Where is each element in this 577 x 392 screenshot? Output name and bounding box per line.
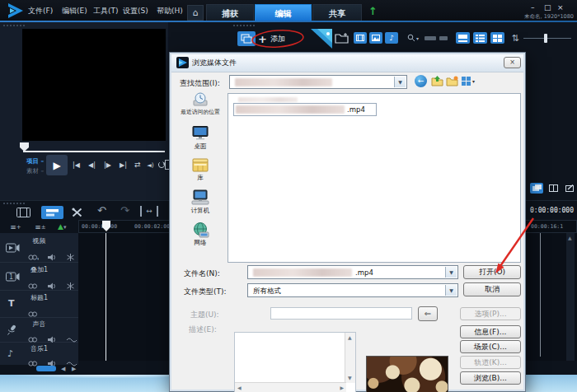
info-button[interactable]: 信息(F)...: [460, 325, 521, 338]
recent-places-icon[interactable]: [191, 92, 209, 107]
computer-icon[interactable]: [191, 189, 209, 205]
sort-button[interactable]: ⇅: [509, 32, 521, 44]
next-frame-button[interactable]: |▶: [104, 161, 111, 169]
file-name-combobox[interactable]: .mp4 ▼: [247, 265, 458, 279]
desktop-icon[interactable]: [192, 126, 209, 140]
library-pages-button[interactable]: [547, 183, 560, 194]
options-button[interactable]: 选项(P)...: [460, 307, 521, 320]
prev-frame-button[interactable]: ◀|: [88, 161, 96, 169]
scroll-up-icon[interactable]: ▲: [348, 335, 352, 340]
view-menu-button[interactable]: ▾: [462, 76, 478, 86]
zoom-slider[interactable]: [523, 38, 571, 39]
filter-photo-button[interactable]: [369, 32, 382, 44]
scroll-right-icon[interactable]: ▶: [340, 385, 344, 390]
close-button[interactable]: ×: [557, 3, 564, 12]
textarea-vscrollbar[interactable]: ▲ ▼: [345, 333, 355, 383]
track-row-video[interactable]: 视频 ▾: [0, 233, 78, 263]
tracks-button[interactable]: 轨道(K)...: [460, 356, 521, 369]
dialog-close-button[interactable]: ×: [504, 57, 521, 68]
timeline-view-button[interactable]: [41, 206, 63, 219]
redo-button[interactable]: ↷: [120, 204, 129, 217]
chroma-dropdown-button[interactable]: ▲▾: [58, 222, 76, 232]
undo-button[interactable]: ↶: [97, 204, 106, 217]
maximize-button[interactable]: □: [544, 3, 551, 12]
file-type-combobox[interactable]: 所有格式 ▼: [247, 283, 458, 297]
import-folder-icon[interactable]: [335, 32, 349, 44]
place-libraries[interactable]: 库: [176, 174, 225, 182]
view-grid-button[interactable]: [490, 32, 504, 44]
place-computer[interactable]: 计算机: [176, 207, 225, 215]
scroll-up-icon[interactable]: ▲: [568, 236, 572, 240]
menu-settings[interactable]: 设置(S): [123, 6, 148, 16]
minimize-button[interactable]: –: [531, 3, 535, 12]
timeline-hscrollbar[interactable]: [36, 366, 56, 371]
file-list[interactable]: .mp4: [228, 93, 521, 263]
subject-input[interactable]: [270, 307, 412, 320]
open-button[interactable]: 打开(O): [463, 265, 521, 279]
filter-music-button[interactable]: ♪: [385, 32, 398, 44]
home-button[interactable]: ⌂: [187, 5, 204, 21]
track-scrollbar[interactable]: ▲: [566, 233, 575, 361]
track-row-music[interactable]: ♪ 音乐1: [0, 343, 78, 365]
scroll-left-icon[interactable]: ◀: [237, 385, 242, 390]
storyboard-view-icon[interactable]: [16, 208, 30, 217]
panel-drag-handle[interactable]: [233, 25, 255, 29]
loop-button[interactable]: ⇄: [134, 161, 141, 169]
go-end-button[interactable]: ▶|: [120, 161, 127, 169]
track-manager-2-button[interactable]: ≡±: [33, 222, 48, 232]
scroll-right-icon[interactable]: ▶: [72, 366, 76, 372]
combo-arrow-icon[interactable]: ▼: [445, 285, 457, 296]
clip-mode-label[interactable]: 素材 –: [26, 167, 44, 175]
panel-drag-handle[interactable]: [3, 203, 25, 207]
description-textarea[interactable]: ▲ ▼ ◀ ▶: [234, 332, 356, 392]
place-recent[interactable]: 最近访问的位置: [176, 108, 225, 116]
tab-capture[interactable]: 捕获: [206, 4, 254, 21]
browse-button[interactable]: 浏览(B)...: [460, 371, 521, 385]
menu-tools[interactable]: 工具(T): [93, 6, 119, 16]
track-row-voice[interactable]: 声音: [0, 318, 78, 343]
combo-arrow-icon[interactable]: ▼: [394, 77, 406, 87]
fit-project-button[interactable]: ↔: [140, 206, 158, 217]
look-in-combobox[interactable]: ▼: [229, 75, 407, 89]
insert-subject-button[interactable]: ⇐: [418, 306, 438, 321]
cancel-button[interactable]: 取消: [463, 282, 521, 296]
network-icon[interactable]: [191, 222, 209, 238]
tab-share[interactable]: 共享: [312, 4, 362, 21]
libraries-icon[interactable]: [192, 158, 209, 172]
up-one-level-button[interactable]: [431, 76, 443, 86]
view-list-button[interactable]: [473, 32, 487, 44]
media-bin-button[interactable]: [530, 183, 543, 194]
new-folder-button[interactable]: [446, 76, 458, 86]
play-button[interactable]: ▶: [46, 155, 68, 175]
add-button[interactable]: + 添加: [258, 31, 303, 46]
selected-file-item[interactable]: .mp4: [233, 103, 377, 116]
track-manager-button[interactable]: ≡+: [8, 222, 23, 232]
preview-scrubber-track[interactable]: [23, 151, 165, 152]
view-thumbnail-button[interactable]: [456, 32, 470, 44]
publish-arrow-icon[interactable]: ↑: [368, 5, 378, 17]
go-start-button[interactable]: |◀: [73, 161, 80, 169]
project-mode-label[interactable]: 项目 –: [26, 157, 44, 166]
scroll-left-icon[interactable]: ◀: [61, 366, 65, 372]
preview-video: [22, 29, 166, 141]
place-network[interactable]: 网络: [176, 239, 225, 247]
search-button[interactable]: ▾: [406, 33, 420, 43]
edit-options-button[interactable]: [563, 183, 576, 194]
textarea-hscrollbar[interactable]: ◀ ▶: [235, 382, 346, 392]
track-row-overlay[interactable]: 1 叠加1: [0, 263, 78, 291]
track-row-title[interactable]: T 标题1: [0, 291, 78, 318]
filter-video-button[interactable]: [354, 32, 367, 44]
gallery-button[interactable]: [237, 31, 256, 46]
scenes-button[interactable]: 场景(C)...: [460, 340, 521, 353]
tools-icon[interactable]: [72, 208, 82, 217]
menu-file[interactable]: 文件(F): [28, 6, 53, 16]
nav-back-button[interactable]: ←: [415, 75, 427, 87]
zoom-slider-knob[interactable]: [544, 34, 547, 43]
menu-edit[interactable]: 编辑(E): [62, 6, 87, 16]
place-desktop[interactable]: 桌面: [176, 142, 225, 151]
scroll-down-icon[interactable]: ▼: [348, 376, 352, 380]
combo-arrow-icon[interactable]: ▼: [445, 267, 457, 278]
menu-help[interactable]: 帮助(H): [157, 6, 183, 16]
tab-edit[interactable]: 编辑: [255, 4, 312, 21]
volume-button[interactable]: ◄): [147, 161, 154, 169]
